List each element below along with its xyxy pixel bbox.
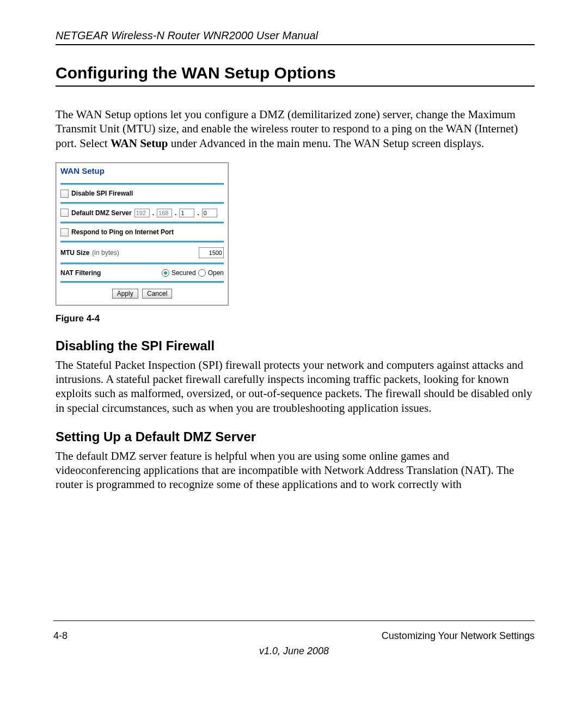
dot-icon: . — [197, 209, 199, 217]
row-ping: Respond to Ping on Internet Port — [56, 224, 228, 241]
intro-bold: WAN Setup — [111, 137, 168, 150]
label-open: Open — [208, 269, 224, 277]
intro-paragraph: The WAN Setup options let you configure … — [56, 107, 535, 150]
title-rule — [56, 86, 535, 87]
section-title: Configuring the WAN Setup Options — [56, 64, 535, 82]
label-mtu-sub: (in bytes) — [92, 249, 119, 257]
dmz-octet-1[interactable] — [134, 209, 150, 217]
dmz-octet-4[interactable] — [202, 209, 217, 217]
label-spi: Disable SPI Firewall — [71, 190, 133, 197]
label-dmz: Default DMZ Server — [71, 209, 132, 217]
radio-secured[interactable] — [162, 269, 169, 277]
footer-rule — [53, 620, 535, 621]
radio-dot-icon — [164, 271, 167, 275]
wan-setup-screenshot: WAN Setup Disable SPI Firewall Default D… — [56, 162, 229, 306]
panel-title: WAN Setup — [56, 163, 228, 183]
label-ping: Respond to Ping on Internet Port — [71, 228, 174, 236]
subhead-spi: Disabling the SPI Firewall — [56, 338, 535, 354]
dmz-octet-2[interactable] — [157, 209, 172, 217]
intro-post: under Advanced in the main menu. The WAN… — [168, 137, 485, 150]
dot-icon: . — [152, 209, 154, 217]
running-header: NETGEAR Wireless-N Router WNR2000 User M… — [56, 29, 535, 42]
cancel-button[interactable]: Cancel — [142, 289, 172, 299]
header-rule — [56, 44, 535, 45]
page-number: 4-8 — [53, 630, 68, 642]
dmz-octet-3[interactable] — [179, 209, 194, 217]
apply-button[interactable]: Apply — [112, 289, 138, 299]
label-nat: NAT Filtering — [60, 269, 101, 277]
footer-section: Customizing Your Network Settings — [382, 630, 535, 642]
checkbox-ping[interactable] — [60, 228, 69, 236]
dot-icon: . — [175, 209, 176, 217]
radio-open[interactable] — [198, 269, 206, 277]
checkbox-dmz[interactable] — [60, 209, 69, 217]
row-mtu: MTU Size (in bytes) — [56, 243, 228, 263]
row-nat: NAT Filtering Secured Open — [56, 265, 228, 281]
checkbox-spi[interactable] — [60, 190, 69, 198]
footer-version: v1.0, June 2008 — [0, 646, 588, 657]
row-default-dmz: Default DMZ Server . . . — [56, 204, 228, 222]
figure-caption: Figure 4-4 — [56, 313, 535, 324]
label-secured: Secured — [171, 269, 196, 277]
button-row: Apply Cancel — [56, 283, 228, 305]
subhead-dmz: Setting Up a Default DMZ Server — [56, 429, 535, 445]
para-dmz: The default DMZ server feature is helpfu… — [56, 449, 535, 492]
para-spi: The Stateful Packet Inspection (SPI) fir… — [56, 358, 535, 415]
row-disable-spi: Disable SPI Firewall — [56, 185, 228, 202]
mtu-input[interactable] — [199, 247, 224, 258]
label-mtu: MTU Size — [60, 249, 89, 257]
